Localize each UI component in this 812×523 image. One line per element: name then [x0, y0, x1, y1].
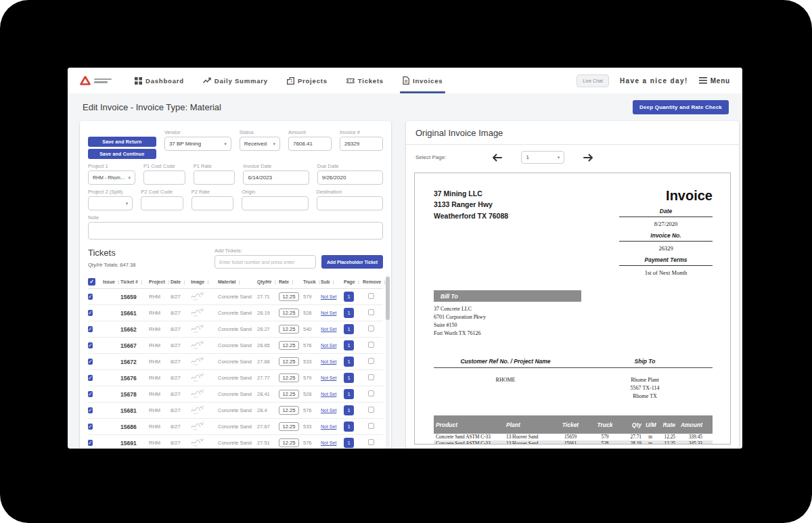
- ticket-rate-input[interactable]: [279, 438, 299, 447]
- column-menu-icon[interactable]: ⋮: [331, 279, 335, 284]
- remove-checkbox[interactable]: [368, 407, 374, 413]
- ticket-checkbox[interactable]: ✓: [88, 326, 93, 332]
- add-ticket-input[interactable]: [219, 259, 311, 265]
- note-textarea[interactable]: [88, 222, 383, 240]
- sub-not-set-link[interactable]: Not Set: [321, 440, 336, 445]
- save-and-return-button[interactable]: Save and Return: [88, 137, 156, 147]
- ticket-rate-input[interactable]: [279, 357, 299, 366]
- ticket-image-thumbnail[interactable]: [191, 340, 218, 350]
- ticket-page-button[interactable]: 1: [344, 324, 354, 334]
- remove-checkbox[interactable]: [368, 374, 374, 380]
- invoice-number-input[interactable]: [344, 141, 378, 147]
- column-header-date[interactable]: Date⋮: [171, 279, 191, 284]
- ticket-page-button[interactable]: 1: [344, 373, 354, 383]
- ticket-image-thumbnail[interactable]: [191, 405, 218, 415]
- ticket-checkbox[interactable]: ✓: [88, 375, 93, 381]
- project2-select[interactable]: ▾: [88, 196, 133, 210]
- ticket-rate-input[interactable]: [279, 406, 299, 415]
- previous-page-button[interactable]: [491, 152, 503, 163]
- nav-item-projects[interactable]: Projects: [287, 68, 328, 93]
- column-header-project[interactable]: Project⋮: [149, 279, 171, 284]
- remove-checkbox[interactable]: [368, 423, 374, 429]
- origin-input[interactable]: [246, 200, 303, 206]
- ticket-image-thumbnail[interactable]: [191, 389, 218, 399]
- column-header-sub[interactable]: Sub⋮: [321, 279, 344, 284]
- add-placeholder-ticket-button[interactable]: Add Placeholder Ticket: [321, 255, 383, 269]
- sub-not-set-link[interactable]: Not Set: [321, 359, 336, 364]
- ticket-checkbox[interactable]: ✓: [88, 407, 93, 413]
- ticket-page-button[interactable]: 1: [344, 389, 354, 399]
- column-menu-icon[interactable]: ⋮: [116, 279, 120, 284]
- column-header-page[interactable]: Page⋮: [344, 279, 363, 284]
- ticket-image-thumbnail[interactable]: [191, 438, 218, 448]
- scrollbar-thumb[interactable]: [386, 277, 390, 320]
- sub-not-set-link[interactable]: Not Set: [321, 424, 336, 429]
- ticket-page-button[interactable]: 1: [344, 422, 354, 432]
- column-header-rate[interactable]: Rate⋮: [279, 279, 303, 284]
- sub-not-set-link[interactable]: Not Set: [321, 376, 336, 380]
- p1-cost-code-input[interactable]: [148, 175, 181, 181]
- ticket-rate-input[interactable]: [279, 325, 299, 334]
- due-date-input[interactable]: [322, 175, 378, 181]
- deep-quantity-rate-check-button[interactable]: Deep Quantity and Rate Check: [633, 100, 729, 114]
- remove-checkbox[interactable]: [368, 325, 374, 332]
- ticket-rate-input[interactable]: [279, 341, 299, 350]
- ticket-checkbox[interactable]: ✓: [88, 424, 93, 430]
- column-header-ticket-[interactable]: Ticket #⋮: [120, 279, 149, 284]
- sub-not-set-link[interactable]: Not Set: [321, 392, 336, 396]
- ticket-image-thumbnail[interactable]: [191, 357, 218, 367]
- column-header-issue[interactable]: Issue⋮: [103, 279, 120, 284]
- column-header-material[interactable]: Material⋮: [218, 279, 257, 284]
- ticket-checkbox[interactable]: ✓: [88, 294, 93, 300]
- ticket-checkbox[interactable]: ✓: [88, 359, 93, 365]
- menu-button[interactable]: Menu: [699, 77, 730, 85]
- tickets-scrollbar[interactable]: [386, 275, 390, 449]
- remove-checkbox[interactable]: [368, 390, 374, 396]
- column-header-truck[interactable]: Truck⋮: [303, 279, 321, 284]
- ticket-page-button[interactable]: 1: [344, 357, 354, 367]
- ticket-image-thumbnail[interactable]: [191, 292, 218, 302]
- column-menu-icon[interactable]: ⋮: [290, 279, 294, 284]
- ticket-page-button[interactable]: 1: [344, 340, 354, 350]
- column-header-qty-hr[interactable]: Qty/Hr⋮: [257, 279, 279, 284]
- p2-cost-code-input[interactable]: [145, 200, 178, 206]
- ticket-page-button[interactable]: 1: [344, 405, 354, 415]
- ticket-rate-input[interactable]: [279, 422, 299, 431]
- column-header-image[interactable]: Image⋮: [191, 279, 218, 284]
- status-select[interactable]: Received ▾: [240, 137, 280, 151]
- sub-not-set-link[interactable]: Not Set: [321, 294, 336, 299]
- ticket-checkbox[interactable]: ✓: [88, 391, 93, 397]
- remove-checkbox[interactable]: [368, 293, 374, 299]
- nav-item-invoices[interactable]: Invoices: [403, 68, 443, 93]
- vendor-select[interactable]: 37 BP Mining ▾: [164, 137, 231, 151]
- column-menu-icon[interactable]: ⋮: [166, 279, 171, 284]
- destination-input[interactable]: [321, 200, 378, 206]
- sub-not-set-link[interactable]: Not Set: [321, 343, 336, 348]
- column-menu-icon[interactable]: ⋮: [182, 279, 186, 284]
- remove-checkbox[interactable]: [368, 342, 374, 348]
- ticket-checkbox[interactable]: ✓: [88, 342, 93, 348]
- column-menu-icon[interactable]: ⋮: [357, 279, 361, 284]
- ticket-page-button[interactable]: 1: [344, 308, 354, 318]
- ticket-image-thumbnail[interactable]: [191, 422, 218, 432]
- ticket-checkbox[interactable]: ✓: [88, 440, 93, 446]
- project1-select[interactable]: RHM - Rhome Pl ▾: [88, 170, 135, 185]
- select-all-checkbox[interactable]: ✓: [88, 278, 95, 286]
- ticket-page-button[interactable]: 1: [344, 292, 354, 302]
- amount-input[interactable]: [293, 141, 327, 147]
- column-menu-icon[interactable]: ⋮: [139, 279, 143, 284]
- invoice-date-input[interactable]: [248, 175, 304, 181]
- sub-not-set-link[interactable]: Not Set: [321, 327, 336, 332]
- remove-checkbox[interactable]: [368, 358, 374, 364]
- ticket-rate-input[interactable]: [279, 309, 299, 317]
- column-menu-icon[interactable]: ⋮: [273, 279, 277, 284]
- column-header-remove[interactable]: Remove⋮: [363, 279, 379, 284]
- ticket-rate-input[interactable]: [279, 390, 299, 399]
- ticket-image-thumbnail[interactable]: [191, 324, 218, 334]
- ticket-checkbox[interactable]: ✓: [88, 310, 93, 316]
- ticket-image-thumbnail[interactable]: [191, 373, 218, 383]
- ticket-page-button[interactable]: 1: [344, 438, 354, 448]
- ticket-image-thumbnail[interactable]: [191, 308, 218, 318]
- nav-item-daily-summary[interactable]: Daily Summary: [203, 68, 268, 93]
- save-and-continue-button[interactable]: Save and Continue: [88, 149, 156, 159]
